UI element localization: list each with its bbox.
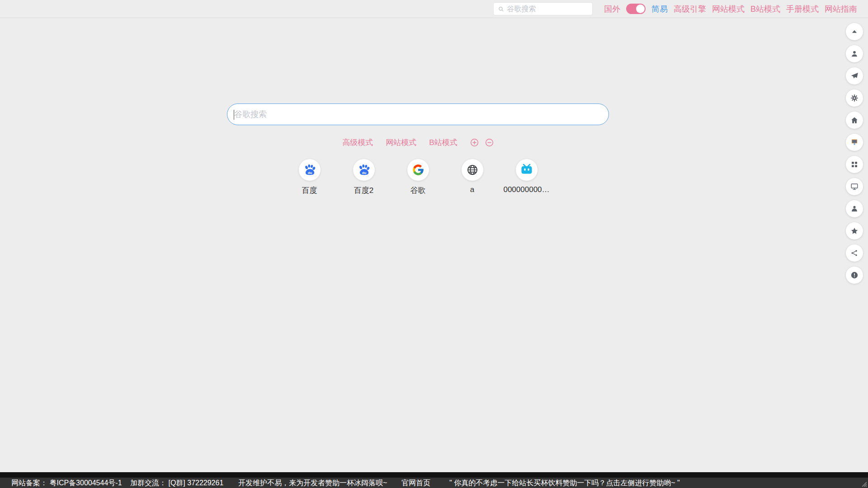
- caret-up-icon: [850, 27, 859, 36]
- mode-link-advanced[interactable]: 高级模式: [342, 137, 373, 148]
- site-label: 谷歌: [410, 185, 426, 196]
- toggle-knob: [636, 5, 645, 13]
- mode-link-site[interactable]: 网站模式: [386, 137, 416, 148]
- beian-text: 网站备案： 粤ICP备30004544号-1: [11, 478, 122, 488]
- site-item-a[interactable]: a: [445, 159, 500, 196]
- theme-skin-button[interactable]: [846, 134, 863, 151]
- sponsor-quote-text: " 你真的不考虑一下给站长买杯饮料赞助一下吗？点击左侧进行赞助哟~ ": [449, 478, 680, 488]
- baidu-paw-icon: du: [357, 163, 371, 177]
- site-icon-circle: du: [299, 159, 321, 181]
- share-button[interactable]: [846, 244, 863, 262]
- grid-icon: [850, 160, 859, 169]
- main-content: 高级模式 网站模式 B站模式: [227, 103, 609, 196]
- settings-button[interactable]: [846, 89, 863, 107]
- alert-icon: [850, 271, 859, 280]
- site-icon-circle: [516, 159, 538, 181]
- favorites-button[interactable]: [846, 222, 863, 239]
- gear-icon: [850, 94, 859, 103]
- text-caret: [234, 110, 234, 120]
- paper-plane-icon: [850, 71, 859, 80]
- search-icon: [498, 6, 504, 12]
- engine-shortcuts-row: du 百度 du 百度2: [227, 159, 609, 196]
- donate-text: 开发维护不易，来为开发者赞助一杯冰阔落呗~: [238, 478, 387, 488]
- google-g-icon: [412, 164, 425, 176]
- user-button[interactable]: [846, 45, 863, 62]
- bilibili-tv-icon: [520, 163, 533, 177]
- circle-minus-icon: [485, 138, 494, 147]
- remove-engine-button[interactable]: [485, 138, 494, 147]
- share-icon: [850, 249, 859, 258]
- topbar-link-site-mode[interactable]: 网站模式: [712, 4, 745, 14]
- person-icon: [850, 204, 859, 213]
- overseas-toggle-label: 国外: [604, 4, 620, 14]
- topbar-link-site-guide[interactable]: 网站指南: [825, 4, 857, 14]
- user-icon: [850, 49, 859, 58]
- topbar-link-advanced-engine[interactable]: 高级引擎: [674, 4, 706, 14]
- back-to-top-button[interactable]: [846, 23, 863, 40]
- about-alert-button[interactable]: [846, 267, 863, 284]
- overseas-toggle[interactable]: [626, 4, 646, 14]
- site-item-baidu2[interactable]: du 百度2: [337, 159, 391, 196]
- engine-edit-group: [470, 138, 494, 147]
- site-item-google[interactable]: 谷歌: [391, 159, 445, 196]
- official-home-link[interactable]: 官网首页: [401, 478, 430, 488]
- site-icon-circle: [407, 159, 429, 181]
- site-item-baidu[interactable]: du 百度: [283, 159, 337, 196]
- display-mode-button[interactable]: [846, 178, 863, 195]
- circle-plus-icon: [470, 138, 479, 147]
- main-search-input[interactable]: [234, 110, 590, 119]
- home-button[interactable]: [846, 112, 863, 129]
- site-label: 百度2: [354, 185, 373, 196]
- baidu-paw-icon: du: [303, 163, 316, 177]
- monitor-icon: [850, 182, 859, 191]
- topbar-link-simple-mode[interactable]: 简易: [651, 4, 668, 14]
- globe-icon: [466, 164, 479, 176]
- paint-roller-icon: [850, 138, 859, 147]
- mode-links-row: 高级模式 网站模式 B站模式: [227, 137, 609, 147]
- profile-button[interactable]: [846, 200, 863, 217]
- resize-grip[interactable]: [860, 480, 867, 487]
- mode-link-bilibili[interactable]: B站模式: [429, 137, 457, 148]
- apps-grid-button[interactable]: [846, 156, 863, 173]
- svg-text:du: du: [362, 171, 366, 175]
- footer-bar: 网站备案： 粤ICP备30004544号-1 加群交流： [Q群] 372229…: [0, 472, 868, 488]
- topbar-search-box[interactable]: [493, 2, 593, 15]
- site-label: a: [470, 185, 474, 194]
- add-engine-button[interactable]: [470, 138, 479, 147]
- site-label: 000000000…: [503, 185, 549, 194]
- floating-sidebar: [846, 23, 863, 284]
- main-search-box[interactable]: [227, 103, 609, 125]
- home-icon: [850, 116, 859, 125]
- qq-group-text: 加群交流： [Q群] 372229261: [130, 478, 223, 488]
- svg-text:du: du: [307, 171, 312, 175]
- site-icon-circle: du: [353, 159, 375, 181]
- topbar: 国外 简易 高级引擎 网站模式 B站模式 手册模式 网站指南: [0, 0, 868, 18]
- site-item-bilibili[interactable]: 000000000…: [500, 159, 554, 196]
- topbar-link-bilibili-mode[interactable]: B站模式: [750, 4, 780, 14]
- site-label: 百度: [302, 185, 317, 196]
- topbar-search-input[interactable]: [507, 5, 588, 13]
- send-feedback-button[interactable]: [846, 67, 863, 84]
- topbar-link-manual-mode[interactable]: 手册模式: [786, 4, 819, 14]
- site-icon-circle: [462, 159, 483, 181]
- star-icon: [850, 226, 859, 235]
